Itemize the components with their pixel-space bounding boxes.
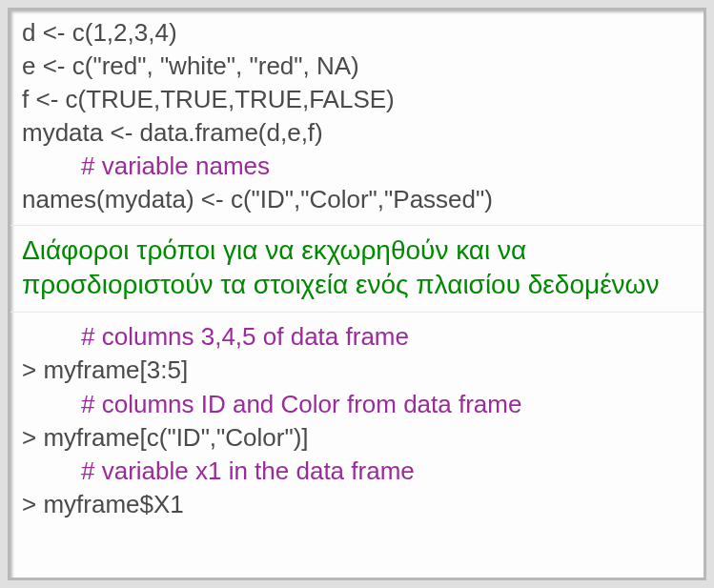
code-comment: # variable x1 in the data frame [22, 455, 692, 488]
code-comment: # variable names [22, 150, 692, 183]
code-line: > myframe$X1 [22, 488, 692, 521]
code-line: e <- c("red", "white", "red", NA) [22, 50, 692, 83]
code-line: > myframe[3:5] [22, 354, 692, 387]
section-heading: Διάφοροι τρόποι για να εκχωρηθούν και να… [22, 233, 692, 303]
code-panel: d <- c(1,2,3,4) e <- c("red", "white", "… [8, 8, 706, 580]
code-line: names(mydata) <- c("ID","Color","Passed"… [22, 183, 692, 216]
code-line: mydata <- data.frame(d,e,f) [22, 116, 692, 150]
code-line: f <- c(TRUE,TRUE,TRUE,FALSE) [22, 83, 692, 116]
code-line: > myframe[c("ID","Color")] [22, 421, 692, 455]
code-comment: # columns 3,4,5 of data frame [22, 320, 692, 354]
code-comment: # columns ID and Color from data frame [22, 388, 692, 421]
code-line: d <- c(1,2,3,4) [22, 16, 692, 50]
section-heading-block: Διάφοροι τρόποι για να εκχωρηθούν και να… [10, 226, 704, 314]
code-block-top: d <- c(1,2,3,4) e <- c("red", "white", "… [10, 10, 704, 226]
code-block-bottom: # columns 3,4,5 of data frame > myframe[… [10, 313, 704, 529]
